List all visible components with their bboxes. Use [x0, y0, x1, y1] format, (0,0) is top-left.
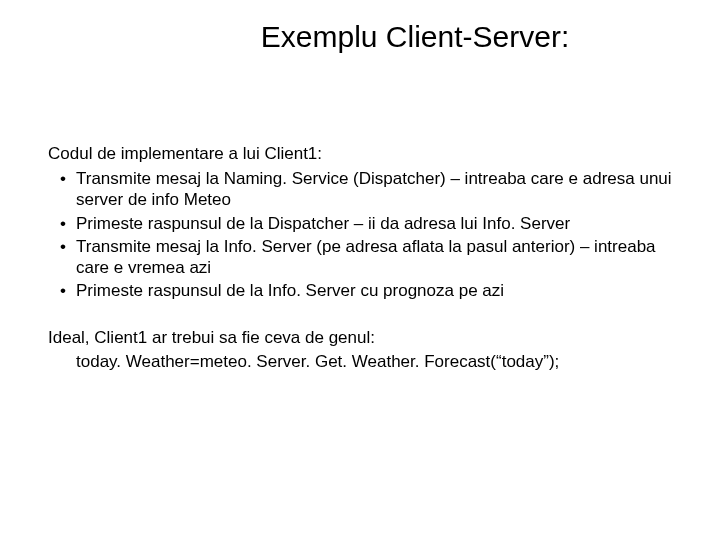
- list-item: Primeste raspunsul de la Dispatcher – ii…: [48, 213, 672, 234]
- intro-text: Codul de implementare a lui Client1:: [48, 144, 672, 164]
- ideal-code: today. Weather=meteo. Server. Get. Weath…: [76, 352, 672, 372]
- list-item: Transmite mesaj la Info. Server (pe adre…: [48, 236, 672, 279]
- bullet-list: Transmite mesaj la Naming. Service (Disp…: [48, 168, 672, 302]
- ideal-intro: Ideal, Client1 ar trebui sa fie ceva de …: [48, 328, 672, 348]
- slide: Exemplu Client-Server: Codul de implemen…: [0, 0, 720, 540]
- list-item: Transmite mesaj la Naming. Service (Disp…: [48, 168, 672, 211]
- slide-title: Exemplu Client-Server:: [158, 20, 672, 54]
- list-item: Primeste raspunsul de la Info. Server cu…: [48, 280, 672, 301]
